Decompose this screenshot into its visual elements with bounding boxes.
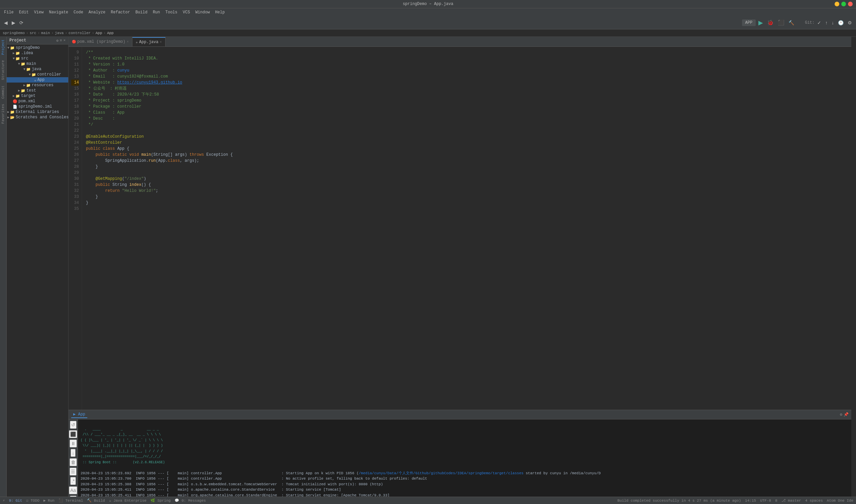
status-todo[interactable]: ☑ TODO [26, 498, 39, 503]
left-panel-tabs: Project Structure Commit Favorites [0, 37, 7, 497]
debug-btn[interactable]: 🐞 [766, 19, 775, 26]
editor-area: 🔴 pom.xml (springDemo) × ☕ App.java × 91… [69, 37, 851, 497]
status-encoding[interactable]: UTF-8 [760, 499, 771, 503]
run-panel-header: ▶ App ⚙ 📌 [69, 410, 851, 419]
tree-item-resources[interactable]: ▶ 📁 resources [7, 83, 68, 88]
menu-item-edit[interactable]: Edit [16, 10, 32, 15]
breadcrumb-controller[interactable]: controller [69, 31, 91, 35]
tree-item-idea[interactable]: ▶ 📁 .idea [7, 51, 68, 56]
regex-btn[interactable]: .* [70, 477, 76, 485]
scroll-btn[interactable]: ↓ [71, 449, 75, 457]
settings-btn[interactable]: ⚙ [846, 19, 853, 26]
line-numbers: 910111213 14 1516171819 2021222324 25262… [69, 47, 82, 410]
status-run[interactable]: ▶ Run [43, 498, 54, 503]
menu-item-window[interactable]: Window [193, 10, 212, 15]
git-label: Git: [805, 20, 815, 25]
git-push-btn[interactable]: ↑ [824, 19, 829, 26]
close-btn[interactable] [848, 2, 853, 6]
status-bar: ⚡ 9: Git ☑ TODO ▶ Run ⬛ Terminal 🔨 Build… [0, 497, 856, 504]
back-btn[interactable]: ◀ [3, 19, 9, 26]
menu-item-file[interactable]: File [1, 10, 16, 15]
gear-icon[interactable]: ⚙ [56, 38, 58, 43]
tree-item-test[interactable]: ▶ 📁 test [7, 88, 68, 93]
status-git-icon[interactable]: ⚡ [3, 498, 5, 503]
tree-item-java[interactable]: ▼ 📁 java [7, 67, 68, 72]
stop-btn[interactable]: ⬛ [777, 19, 786, 26]
status-time: 14:15 [745, 499, 756, 503]
tab-app[interactable]: ☕ App.java × [132, 37, 165, 47]
pause-btn[interactable]: ⏸ [70, 439, 77, 448]
menu-item-run[interactable]: Run [150, 10, 163, 15]
git-commit-btn[interactable]: ✓ [816, 19, 823, 26]
status-spring[interactable]: 🌿 Spring [150, 498, 171, 503]
tree-item-target[interactable]: ▶ 📁 target [7, 93, 68, 98]
toolbar: ◀ ▶ ⟳ APP ▶ 🐞 ⬛ 🔨 Git: ✓ ↑ ↓ 🕐 ⚙ [0, 16, 856, 30]
breadcrumb-java[interactable]: java [55, 31, 64, 35]
menu-item-build[interactable]: Build [133, 10, 150, 15]
run-tab-app[interactable]: ▶ App [71, 411, 87, 418]
stop-run-btn[interactable]: ⬛ [69, 430, 77, 438]
status-messages[interactable]: 💬 0: Messages [175, 498, 206, 503]
git-history-btn[interactable]: 🕐 [837, 19, 845, 26]
run-btn[interactable]: ▶ [757, 18, 764, 27]
git-update-btn[interactable]: ↓ [830, 19, 835, 26]
tree-item-app[interactable]: ☕ App [7, 77, 68, 83]
code-content[interactable]: /** * Created with IntelliJ IDEA. * Vers… [82, 47, 851, 410]
tab-favorites[interactable]: Favorites [0, 101, 6, 126]
run-settings-icon[interactable]: ⚙ [840, 412, 842, 417]
breadcrumb-app2[interactable]: App [107, 31, 114, 35]
menu-item-analyze[interactable]: Analyze [86, 10, 108, 15]
menu-item-tools[interactable]: Tools [163, 10, 180, 15]
filter-btn[interactable]: ☰ [70, 468, 76, 475]
tab-commit[interactable]: Commit [0, 83, 6, 102]
breadcrumb-src[interactable]: src [30, 31, 36, 35]
code-editor[interactable]: 910111213 14 1516171819 2021222324 25262… [69, 47, 851, 410]
maximize-btn[interactable] [841, 2, 846, 6]
status-branch[interactable]: ⎇ master [781, 498, 801, 503]
build-btn[interactable]: 🔨 [787, 19, 796, 26]
tree-item-springdemo[interactable]: ▼ 📁 springDemo [7, 45, 68, 51]
status-java-enterprise[interactable]: ☕ Java Enterprise [109, 498, 146, 503]
menu-item-view[interactable]: View [32, 10, 47, 15]
tree-item-src[interactable]: ▼ 📁 src [7, 56, 68, 61]
tab-project[interactable]: Project [0, 37, 6, 57]
run-pin-icon[interactable]: 📌 [844, 412, 849, 417]
window-title: springDemo – App.java [403, 2, 453, 6]
status-build[interactable]: 🔨 Build [87, 498, 105, 503]
minimize-btn[interactable] [835, 2, 839, 6]
tab-pom[interactable]: 🔴 pom.xml (springDemo) × [69, 37, 132, 47]
case-btn[interactable]: Aa [69, 486, 77, 494]
breadcrumb-main[interactable]: main [41, 31, 50, 35]
menu-item-refactor[interactable]: Refactor [108, 10, 133, 15]
status-git[interactable]: 9: Git [9, 499, 22, 503]
tree-item-main[interactable]: ▼ 📁 main [7, 61, 68, 67]
menu-item-code[interactable]: Code [71, 10, 86, 15]
tree-item-external-libs[interactable]: ▶ 📁 External Libraries [7, 109, 68, 115]
tab-pom-label: pom.xml (springDemo) [77, 39, 125, 44]
close-tab-app[interactable]: × [160, 40, 162, 44]
settings-icon[interactable]: ≡ [60, 38, 62, 43]
breadcrumb-springdemo[interactable]: springDemo [3, 31, 25, 35]
restart-btn[interactable]: ↺ [70, 421, 76, 429]
tree-item-iml[interactable]: 📄 springDemo.iml [7, 104, 68, 109]
close-panel-icon[interactable]: × [63, 38, 66, 43]
panel-actions: ⚙ ≡ × [56, 38, 66, 43]
main-content: Project Structure Commit Favorites Proje… [0, 37, 856, 497]
project-panel-header: Project ⚙ ≡ × [7, 37, 68, 44]
menu-item-navigate[interactable]: Navigate [46, 10, 71, 15]
breadcrumb-app[interactable]: App [96, 31, 102, 35]
tree-item-pom[interactable]: 🔴 pom.xml [7, 98, 68, 104]
status-spaces[interactable]: 4 spaces [805, 499, 823, 503]
refresh-btn[interactable]: ⟳ [18, 19, 25, 26]
status-terminal[interactable]: ⬛ Terminal [58, 498, 83, 503]
tree-item-controller[interactable]: ▼ 📁 controller [7, 72, 68, 77]
close-tab-pom[interactable]: × [127, 40, 129, 44]
menu-item-vcs[interactable]: VCS [180, 10, 193, 15]
tab-structure[interactable]: Structure [0, 57, 6, 83]
tree-item-scratches[interactable]: ▶ 📂 Scratches and Consoles [7, 115, 68, 120]
status-line-sep[interactable]: 8 [775, 499, 778, 503]
clear-btn[interactable]: 🗑 [70, 458, 77, 466]
menu-item-help[interactable]: Help [212, 10, 227, 15]
forward-btn[interactable]: ▶ [11, 19, 17, 26]
tab-bar: 🔴 pom.xml (springDemo) × ☕ App.java × [69, 37, 851, 47]
